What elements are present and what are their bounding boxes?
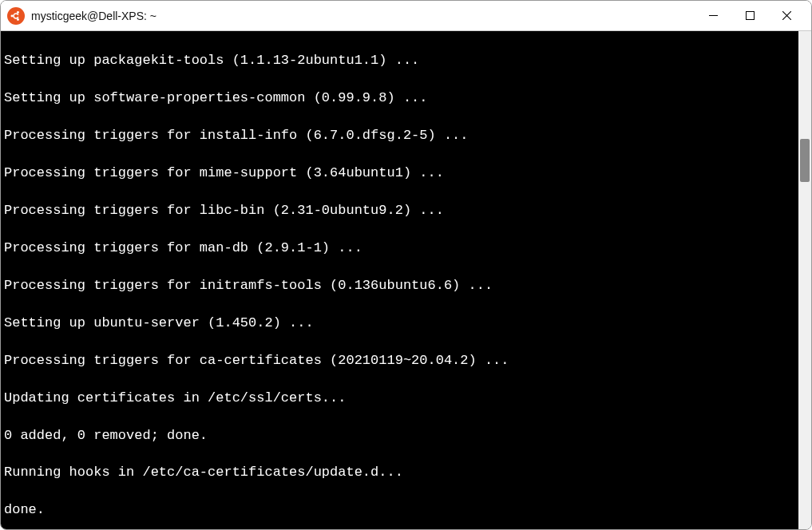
svg-rect-3 <box>746 12 754 20</box>
terminal-window: mysticgeek@Dell-XPS: ~ Setting up packag… <box>0 0 812 530</box>
titlebar[interactable]: mysticgeek@Dell-XPS: ~ <box>1 1 811 31</box>
output-line: done. <box>4 500 795 519</box>
output-line: Setting up packagekit-tools (1.1.13-2ubu… <box>4 51 795 69</box>
terminal-container: Setting up packagekit-tools (1.1.13-2ubu… <box>1 31 811 529</box>
output-line: Setting up software-properties-common (0… <box>4 89 795 107</box>
output-line: Updating certificates in /etc/ssl/certs.… <box>4 389 795 407</box>
output-line: Processing triggers for man-db (2.9.1-1)… <box>4 239 795 257</box>
output-line: Processing triggers for mime-support (3.… <box>4 164 795 182</box>
svg-point-0 <box>11 14 14 17</box>
output-line: Processing triggers for install-info (6.… <box>4 126 795 144</box>
ubuntu-logo-icon <box>7 7 25 25</box>
output-line: Processing triggers for libc-bin (2.31-0… <box>4 201 795 220</box>
close-button[interactable] <box>768 4 805 28</box>
output-line: Processing triggers for ca-certificates … <box>4 351 795 370</box>
output-line: Processing triggers for initramfs-tools … <box>4 276 795 295</box>
terminal-output[interactable]: Setting up packagekit-tools (1.1.13-2ubu… <box>1 31 798 529</box>
scrollbar-track[interactable] <box>798 31 811 529</box>
output-line: Running hooks in /etc/ca-certificates/up… <box>4 463 795 481</box>
output-line: Setting up ubuntu-server (1.450.2) ... <box>4 314 795 332</box>
minimize-button[interactable] <box>695 4 731 28</box>
window-title: mysticgeek@Dell-XPS: ~ <box>31 10 695 22</box>
output-line: 0 added, 0 removed; done. <box>4 426 795 445</box>
maximize-button[interactable] <box>731 4 768 28</box>
scrollbar-thumb[interactable] <box>800 139 810 182</box>
window-controls <box>695 4 805 28</box>
